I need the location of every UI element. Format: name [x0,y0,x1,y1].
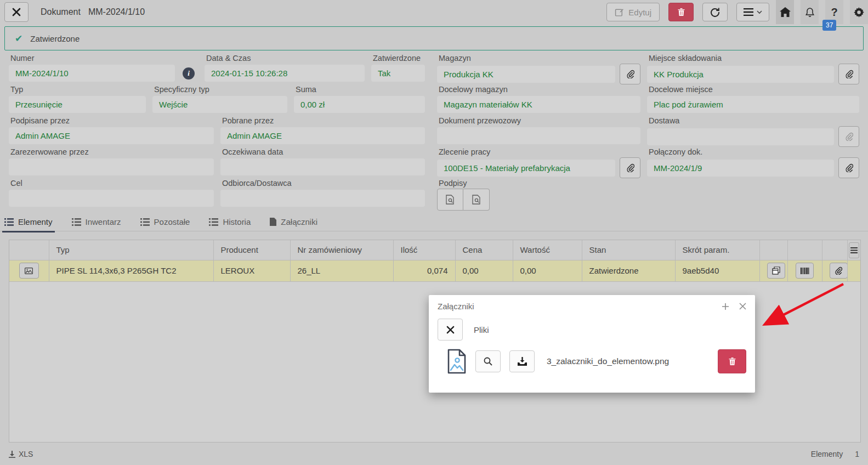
field-data-czas: Data & Czas 2024-01-15 10:26:28 [205,53,365,84]
search-icon [484,357,492,366]
image-icon [25,268,33,274]
attachment-file-name: 3_zalaczniki_do_elementow.png [547,356,669,366]
dostawa-link-button[interactable] [838,126,859,147]
header-producent[interactable]: Producent [213,240,290,260]
footer-bar: XLS Elementy 1 [0,443,868,465]
delete-attachment-button[interactable] [718,349,746,373]
row-attachment-button[interactable] [830,263,848,279]
header-wartosc[interactable]: Wartość [513,240,582,260]
row-typ: PIPE SL 114,3x6,3 P265GH TC2 [49,260,213,281]
edit-button[interactable]: Edytuj [606,3,660,21]
magazyn-value: Produkcja KK [437,66,615,83]
list-icon [209,218,218,226]
modal-dismiss-button[interactable] [438,319,463,341]
pobrane-przez-value: Admin AMAGE [220,127,425,144]
refresh-button[interactable] [702,3,728,21]
header-action-3 [822,240,847,260]
field-numer: Numer MM-2024/1/10 i [9,53,198,84]
row-image-cell [9,260,49,281]
attachments-modal-header: Załączniki [429,295,755,314]
settings-button[interactable] [850,0,868,24]
add-attachment-button[interactable] [722,303,729,310]
download-icon [9,451,15,458]
paperclip-icon [845,70,853,78]
home-button[interactable] [776,0,794,24]
info-icon[interactable]: i [183,67,195,80]
row-copy-button[interactable] [767,263,785,279]
polaczony-dok-link-button[interactable] [838,157,859,178]
header-skrot-param[interactable]: Skrót param. [675,240,759,260]
row-barcode-button[interactable] [796,263,814,279]
field-docelowy-magazyn: Docelowy magazyn Magazyn materiałów KK [437,84,640,115]
trash-icon [677,8,685,16]
file-search-icon [446,195,455,205]
tab-elementy[interactable]: Elementy [2,213,55,231]
topbar-actions: Edytuj [606,0,868,24]
field-label: Suma [294,84,425,96]
signature-preview-button-2[interactable] [463,189,490,211]
header-cena[interactable]: Cena [455,240,513,260]
help-button[interactable]: ? 37 [825,0,843,24]
row-stan: Zatwierdzone [582,260,675,281]
help-badge: 37 [822,20,836,31]
document-menu-button[interactable] [736,3,769,21]
row-spacer-cell [847,260,860,281]
dokument-przewozowy-value [437,127,640,144]
tab-historia[interactable]: Historia [207,213,253,231]
document-number: MM-2024/1/10 [88,7,145,17]
field-podpisy: Podpisy [437,178,490,209]
gear-icon [854,7,864,18]
field-magazyn: Magazyn Produkcja KK [437,53,640,84]
status-banner: ✔ Zatwierdzone [4,26,864,50]
page-title: Dokument MM-2024/1/10 [41,7,145,17]
tab-zalaczniki[interactable]: Załączniki [268,213,320,231]
preview-file-button[interactable] [475,350,501,372]
elements-count: Elementy 1 [811,450,859,458]
suma-value: 0,00 zł [294,96,425,113]
attachments-modal: Załączniki Pliki [429,295,755,393]
close-icon [446,326,455,334]
tab-pozostale[interactable]: Pozostałe [138,213,192,231]
tab-inwentarz[interactable]: Inwentarz [70,213,123,231]
field-label: Docelowe miejsce [647,84,859,96]
download-file-button[interactable] [509,350,535,372]
list-icon [140,218,150,226]
field-zarezerwowane-przez: Zarezerwowane przez [9,146,214,178]
delete-document-button[interactable] [668,3,694,21]
header-typ[interactable]: Typ [49,240,213,260]
field-odbiorca-dostawca: Odbiorca/Dostawca [220,178,425,209]
modal-close-button[interactable] [739,303,746,310]
paperclip-icon [626,163,634,172]
close-icon [739,303,746,310]
field-typ: Typ Przesunięcie [9,84,146,115]
header-nr-zamowieniowy[interactable]: Nr zamówieniowy [290,240,393,260]
row-cena: 0,00 [455,260,513,281]
edit-button-label: Edytuj [628,8,651,17]
cel-value [9,190,214,207]
miejsce-link-button[interactable] [838,64,859,84]
row-image-button[interactable] [19,263,39,279]
document-form: Numer MM-2024/1/10 i Data & Czas 2024-01… [9,53,859,209]
field-label: Miejsce składowania [647,53,859,64]
elements-count-label: Elementy [811,450,843,458]
header-ilosc[interactable]: Ilość [393,240,455,260]
table-row[interactable]: PIPE SL 114,3x6,3 P265GH TC2 LEROUX 26_L… [9,260,860,281]
notifications-button[interactable] [801,0,819,24]
tab-label: Załączniki [281,217,317,226]
zlecenie-link-button[interactable] [620,157,640,178]
field-miejsce-skladowania: Miejsce składowania KK Produkcja [647,53,859,84]
xls-export-button[interactable]: XLS [9,450,33,458]
header-stan[interactable]: Stan [582,240,675,260]
table-columns-menu-button[interactable] [849,242,860,258]
files-section-label: Pliki [474,325,489,334]
field-label: Odbiorca/Dostawca [220,178,425,190]
home-icon [780,7,791,17]
close-document-button[interactable] [4,2,29,22]
field-suma: Suma 0,00 zł [294,84,425,115]
attachment-file-row: 3_zalaczniki_do_elementow.png [447,348,746,375]
download-tray-icon [518,357,527,366]
list-icon [4,218,14,226]
attachments-modal-toolbar: Pliki [429,314,755,341]
signature-preview-button-1[interactable] [437,189,463,211]
magazyn-link-button[interactable] [620,64,640,84]
